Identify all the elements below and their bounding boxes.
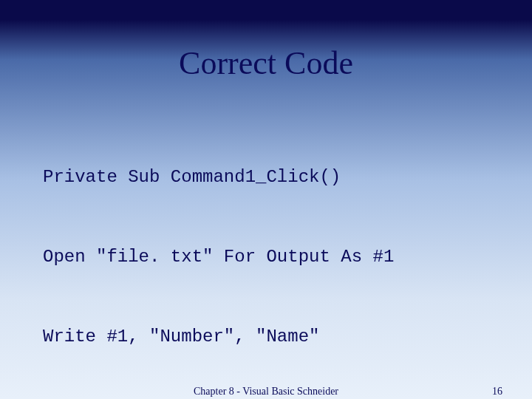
code-line: Write #1, "Number", "Name": [43, 324, 394, 350]
footer-page-number: 16: [492, 386, 502, 398]
footer-center-text: Chapter 8 - Visual Basic Schneider: [194, 386, 338, 398]
slide-title: Correct Code: [0, 44, 532, 82]
code-block: Private Sub Command1_Click() Open "file.…: [43, 111, 394, 399]
code-line: Open "file. txt" For Output As #1: [43, 244, 394, 270]
code-line: Private Sub Command1_Click(): [43, 164, 394, 191]
slide: Correct Code Private Sub Command1_Click(…: [0, 0, 532, 399]
